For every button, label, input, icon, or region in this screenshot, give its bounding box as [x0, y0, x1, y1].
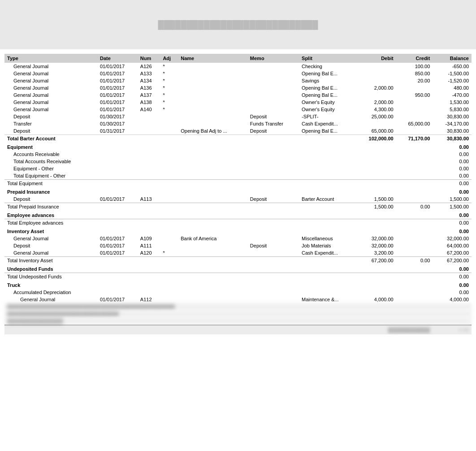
table-row: General Journal01/01/2017A133*Opening Ba…	[4, 70, 472, 77]
table-row: General Journal01/01/2017A126*Checking10…	[4, 63, 472, 70]
table-row: Deposit01/31/2017Opening Bal Adj to ...D…	[4, 127, 472, 135]
col-type: Type	[4, 54, 97, 63]
table-row: General Journal01/01/2017A120*Cash Expen…	[4, 249, 472, 257]
section-undeposited-funds: Undeposited Funds0.00	[4, 264, 472, 273]
table-row: General Journal01/01/2017A136*Opening Ba…	[4, 84, 472, 91]
table-row: Deposit01/01/2017A111DepositJob Material…	[4, 242, 472, 249]
table-row: General Journal01/01/2017A134*Savings20.…	[4, 77, 472, 84]
section-prepaid-insurance: Prepaid Insurance0.00	[4, 187, 472, 195]
col-num: Num	[138, 54, 160, 63]
col-date: Date	[97, 54, 138, 63]
total-equipment-other: Total Equipment - Other0.00	[4, 172, 472, 180]
total-undeposited-funds: Total Undeposited Funds0.00	[4, 273, 472, 281]
section-inventory-asset: Inventory Asset0.00	[4, 226, 472, 235]
section-accounts-receivable: Accounts Receivable0.00	[4, 151, 472, 158]
col-balance: Balance	[433, 54, 472, 63]
header-title: ████████████████████████████	[158, 20, 318, 30]
table-row: General Journal01/01/2017A138*Owner's Eq…	[4, 99, 472, 106]
section-employee-advances: Employee advances0.00	[4, 210, 472, 219]
section-equipment-other: Equipment - Other0.00	[4, 165, 472, 172]
table-row: Deposit01/30/2017Deposit-SPLIT-25,000.00…	[4, 113, 472, 120]
blurred-row-2: ████████████████████████████████	[4, 310, 472, 317]
total-equipment: Total Equipment0.00	[4, 180, 472, 187]
col-memo: Memo	[247, 54, 299, 63]
header-area: ████████████████████████████	[0, 0, 476, 49]
barter-account-total: Total Barter Account102,000.0071,170.003…	[4, 135, 472, 143]
section-equipment: Equipment0.00	[4, 142, 472, 151]
table-row: General Journal01/01/2017A109Bank of Ame…	[4, 235, 472, 242]
accumulated-depreciation: Accumulated Depreciation0.00	[4, 289, 472, 296]
col-credit: Credit	[396, 54, 433, 63]
table-row: General Journal01/01/2017A112Maintenance…	[4, 296, 472, 303]
blurred-row-3: ████████████████	[4, 317, 472, 325]
table-row: General Journal01/01/2017A140*Owner's Eq…	[4, 106, 472, 113]
grand-total-row: ████████████ 0.00	[4, 325, 472, 334]
total-employee-advances: Total Employee advances0.00	[4, 219, 472, 227]
table-row: Transfer01/30/2017Funds TransferCash Exp…	[4, 120, 472, 127]
col-adj: Adj	[160, 54, 178, 63]
col-split: Split	[299, 54, 356, 63]
table-row: General Journal01/01/2017A137*Opening Ba…	[4, 91, 472, 99]
total-prepaid-insurance: Total Prepaid Insurance1,500.000.001,500…	[4, 203, 472, 211]
total-accounts-receivable: Total Accounts Receivable0.00	[4, 158, 472, 165]
total-inventory-asset: Total Inventory Asset67,200.000.0067,200…	[4, 257, 472, 265]
table-row: Deposit01/01/2017A113DepositBarter Accou…	[4, 195, 472, 203]
col-name: Name	[178, 54, 247, 63]
section-truck: Truck0.00	[4, 280, 472, 289]
col-debit: Debit	[356, 54, 396, 63]
blurred-row-1: ████████████████████████████████████████…	[4, 303, 472, 310]
